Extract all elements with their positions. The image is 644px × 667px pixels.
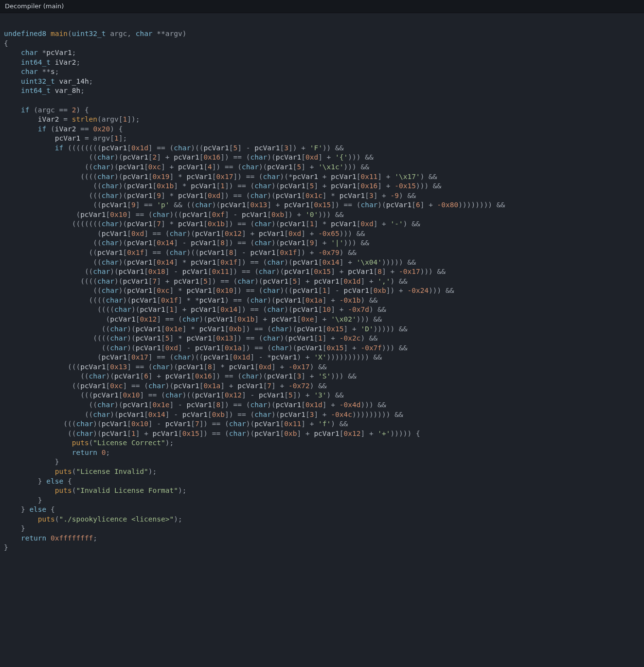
n: 0x1d [131, 144, 148, 152]
cast: char [174, 144, 191, 152]
n: 5 [288, 391, 293, 399]
n: 0x10 [131, 420, 148, 428]
n: 0x1e [153, 401, 170, 409]
pv: pcVar1 [263, 277, 288, 285]
pv: pcVar1 [271, 315, 297, 323]
pv: pcVar1 [174, 382, 199, 390]
n: 1 [322, 287, 327, 294]
n: 0x14 [322, 258, 340, 266]
pv: pcVar1 [127, 239, 152, 247]
pv: pcVar1 [254, 430, 280, 437]
cast: char [360, 201, 377, 209]
pv: pcVar1 [280, 220, 305, 228]
n: 0xc [157, 287, 169, 294]
cast: char [242, 372, 259, 380]
pv: pcVar1 [386, 201, 411, 209]
pv: pcVar1 [182, 211, 208, 218]
n: 0xd [360, 220, 373, 228]
pv: pcVar1 [254, 420, 280, 428]
n: 3 [369, 192, 374, 199]
n: 8 [229, 249, 233, 256]
n: 0x1b [208, 220, 225, 228]
pv: pcVar1 [195, 230, 220, 237]
kw-else: else [46, 477, 63, 485]
cast: char [250, 192, 267, 199]
n: 5 [165, 334, 170, 342]
cast: char [106, 296, 123, 304]
type-uint32: uint32_t [72, 30, 106, 37]
call-puts-invalid: puts [55, 468, 72, 475]
decompiler-source-view[interactable]: undefined8 main(uint32_t argc, char **ar… [0, 13, 644, 563]
pv: pcVar1 [127, 220, 152, 228]
n: 0x1a [225, 344, 242, 352]
pv: pcVar1 [203, 353, 229, 361]
n: 0xc [110, 382, 123, 390]
cast: char [250, 153, 267, 161]
call-strlen: strlen [72, 115, 97, 123]
n: 0x12 [225, 391, 242, 399]
cast: char [254, 239, 271, 247]
pv: pcVar1 [178, 192, 203, 199]
cast: char [102, 182, 119, 190]
cast: char [271, 325, 288, 333]
cast: char [97, 277, 114, 285]
n: 0x15 [182, 430, 199, 437]
n: 6 [144, 372, 148, 380]
n: -0x15 [394, 182, 416, 190]
pv: pcVar1 [186, 334, 212, 342]
ref-ivar2: iVar2 [38, 115, 59, 123]
ch: '\x04' [357, 258, 382, 266]
cast: char [250, 401, 267, 409]
decl-char: char [21, 49, 38, 56]
n: 0x15 [314, 201, 331, 209]
ch: 'p' [157, 201, 169, 209]
pv: pcVar1 [110, 315, 135, 323]
n: 0x12 [225, 230, 242, 237]
pv: pcVar1 [102, 201, 127, 209]
pv: pcVar1 [191, 258, 216, 266]
n: 1 [318, 334, 322, 342]
cast: char [165, 391, 182, 399]
n: 7 [153, 277, 157, 285]
pv: pcVar1 [123, 401, 148, 409]
cast: char [250, 296, 267, 304]
n: -0x24 [407, 287, 429, 294]
n: 0xd [131, 230, 144, 237]
n: 8 [208, 363, 212, 371]
ch: ',' [377, 277, 390, 285]
function-name-main: main [51, 30, 68, 37]
pv: pcVar1 [127, 287, 152, 294]
param-argv: argv [165, 30, 182, 37]
ref-argc: argc [38, 106, 55, 114]
n: 0x10 [216, 287, 233, 294]
n: 0x16 [195, 372, 212, 380]
n: -0x79 [318, 249, 340, 256]
n: 0x1f [280, 249, 297, 256]
cast: char [102, 287, 119, 294]
n: 0x13 [110, 363, 127, 371]
cast: char [93, 268, 110, 275]
decl-int64: int64_t [21, 58, 51, 66]
n: 0x1b [157, 182, 174, 190]
cast: char [97, 401, 114, 409]
n: 0x1d [305, 401, 322, 409]
cast: char [263, 173, 280, 180]
cast: char [237, 277, 254, 285]
n: 0xb [374, 287, 386, 294]
pv: pcVar1 [119, 163, 144, 171]
ch: '3' [314, 391, 326, 399]
n: 5 [297, 163, 301, 171]
pv: pcVar1 [97, 249, 123, 256]
kw-return2: return [21, 534, 46, 542]
n: 0x1d [344, 277, 361, 285]
n: 0x1d [233, 353, 250, 361]
pv: pcVar1 [119, 411, 144, 418]
n: 0x15 [327, 325, 344, 333]
pv: pcVar1 [136, 325, 161, 333]
n: 0x1b [237, 315, 254, 323]
pv: pcVar1 [178, 163, 203, 171]
var-8h: var_8h [55, 87, 80, 94]
var-ivar2: iVar2 [55, 58, 76, 66]
n: 0x18 [148, 268, 165, 275]
n: 1 [220, 182, 225, 190]
